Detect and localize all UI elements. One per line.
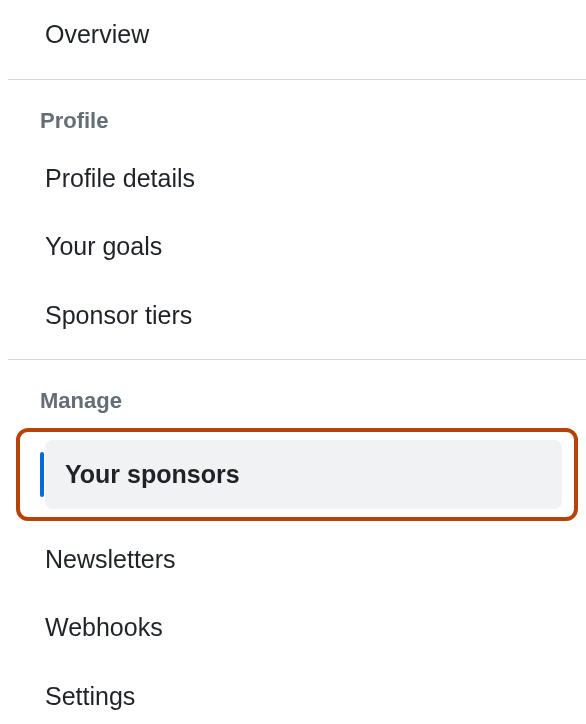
section-label-manage: Manage bbox=[0, 360, 586, 424]
nav-item-sponsor-tiers[interactable]: Sponsor tiers bbox=[0, 281, 586, 350]
nav-item-webhooks[interactable]: Webhooks bbox=[0, 593, 586, 662]
nav-item-overview[interactable]: Overview bbox=[0, 0, 586, 69]
nav-item-newsletters[interactable]: Newsletters bbox=[0, 525, 586, 594]
nav-item-profile-details[interactable]: Profile details bbox=[0, 144, 586, 213]
section-label-profile: Profile bbox=[0, 80, 586, 144]
highlight-annotation: Your sponsors bbox=[16, 428, 578, 521]
nav-item-settings[interactable]: Settings bbox=[0, 662, 586, 725]
nav-item-your-goals[interactable]: Your goals bbox=[0, 212, 586, 281]
nav-item-your-sponsors[interactable]: Your sponsors bbox=[45, 440, 562, 509]
settings-sidebar: Overview Profile Profile details Your go… bbox=[0, 0, 586, 724]
